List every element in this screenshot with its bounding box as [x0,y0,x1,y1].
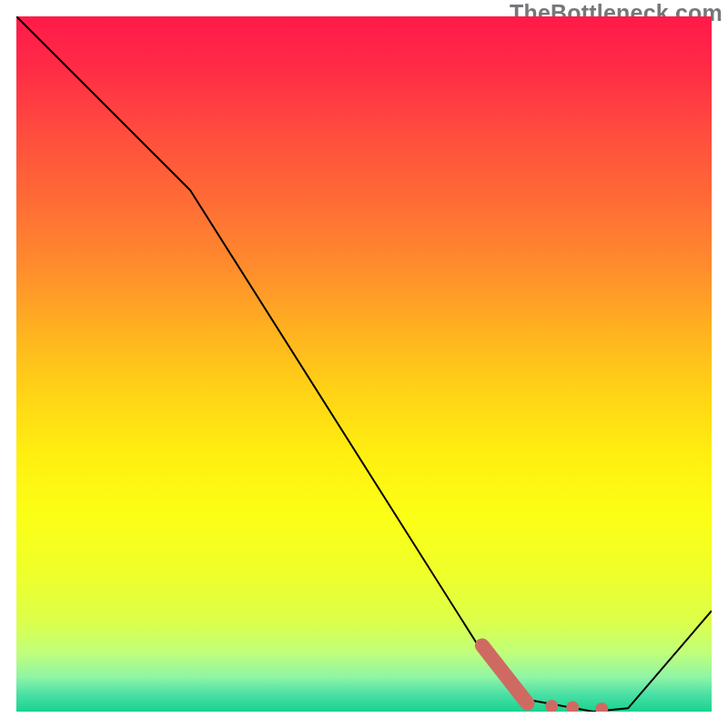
bottleneck-chart [16,16,712,712]
chart-container: TheBottleneck.com [0,0,728,728]
